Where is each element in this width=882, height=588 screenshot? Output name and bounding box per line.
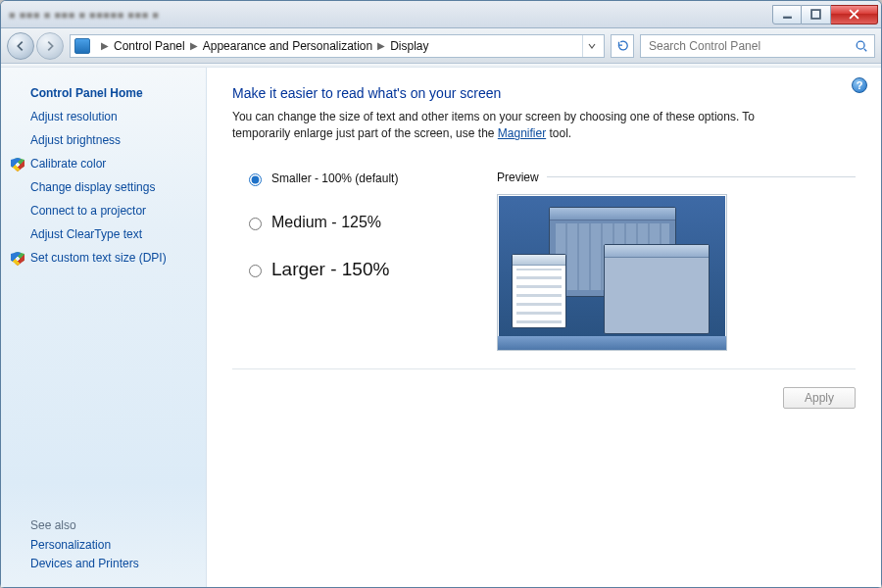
section-divider: [232, 368, 856, 369]
chevron-right-icon: ▶: [190, 40, 198, 51]
sidebar-link-adjust-brightness[interactable]: Adjust brightness: [30, 133, 192, 147]
back-arrow-icon: [14, 39, 27, 53]
title-bar: ■ ■■■ ■ ■■■ ■ ■■■■■ ■■■ ■: [1, 1, 881, 28]
preview-header-line: [547, 176, 856, 177]
refresh-icon: [615, 39, 629, 53]
control-panel-icon: [74, 38, 90, 54]
see-also-personalization[interactable]: Personalization: [30, 538, 192, 552]
nav-back-forward-group: [7, 32, 64, 60]
search-input[interactable]: [647, 38, 855, 54]
radio-larger[interactable]: [249, 265, 262, 277]
scale-option-larger[interactable]: Larger - 150%: [244, 259, 497, 280]
svg-rect-1: [811, 10, 820, 19]
sidebar-link-calibrate-color[interactable]: Calibrate color: [30, 157, 192, 171]
title-bar-blurred-text: ■ ■■■ ■ ■■■ ■ ■■■■■ ■■■ ■: [9, 1, 772, 27]
maximize-icon: [810, 9, 821, 20]
intro-post: tool.: [546, 126, 571, 140]
see-also-section: See also Personalization Devices and Pri…: [30, 511, 192, 575]
scale-option-medium[interactable]: Medium - 125%: [244, 214, 497, 231]
page-title: Make it easier to read what's on your sc…: [232, 85, 856, 101]
help-button[interactable]: ?: [852, 77, 867, 93]
sidebar-link-adjust-resolution[interactable]: Adjust resolution: [30, 110, 192, 123]
forward-arrow-icon: [43, 39, 57, 53]
breadcrumb-item-1[interactable]: Appearance and Personalization: [203, 39, 372, 53]
preview-window-3: [512, 254, 566, 328]
preview-window-2: [604, 244, 710, 334]
intro-pre: You can change the size of text and othe…: [232, 110, 755, 140]
apply-button[interactable]: Apply: [783, 387, 856, 409]
body: Control Panel Home Adjust resolution Adj…: [1, 68, 881, 587]
breadcrumb-item-2[interactable]: Display: [390, 39, 428, 53]
minimize-button[interactable]: [772, 5, 802, 24]
forward-button[interactable]: [36, 32, 64, 60]
window-controls: [772, 5, 878, 24]
scale-options: Smaller - 100% (default) Medium - 125% L…: [232, 171, 497, 308]
magnifier-link[interactable]: Magnifier: [498, 126, 546, 140]
preview-taskbar: [498, 336, 726, 350]
address-breadcrumb[interactable]: ▶ Control Panel ▶ Appearance and Persona…: [70, 34, 605, 58]
radio-larger-label: Larger - 150%: [271, 259, 389, 280]
close-icon: [849, 9, 859, 20]
help-icon: ?: [857, 79, 863, 91]
radio-medium[interactable]: [249, 218, 262, 230]
options-row: Smaller - 100% (default) Medium - 125% L…: [232, 171, 856, 351]
breadcrumb-dropdown[interactable]: [582, 35, 600, 57]
see-also-header: See also: [30, 518, 192, 532]
see-also-devices-printers[interactable]: Devices and Printers: [30, 557, 192, 570]
preview-image: [497, 194, 727, 351]
radio-smaller[interactable]: [249, 173, 262, 186]
breadcrumb-item-0[interactable]: Control Panel: [114, 39, 185, 53]
svg-point-2: [857, 41, 864, 49]
intro-text: You can change the size of text and othe…: [232, 109, 761, 143]
svg-rect-0: [783, 17, 792, 19]
chevron-down-icon: [588, 42, 596, 50]
window-frame: ■ ■■■ ■ ■■■ ■ ■■■■■ ■■■ ■ ▶: [0, 0, 882, 588]
search-box[interactable]: [640, 34, 875, 58]
back-button[interactable]: [7, 32, 34, 60]
preview-label: Preview: [497, 171, 539, 184]
radio-smaller-label: Smaller - 100% (default): [271, 172, 398, 185]
radio-medium-label: Medium - 125%: [271, 214, 381, 231]
apply-row: Apply: [232, 387, 856, 409]
control-panel-home-link[interactable]: Control Panel Home: [30, 86, 192, 100]
close-button[interactable]: [831, 5, 878, 24]
sidebar-link-change-display-settings[interactable]: Change display settings: [30, 180, 192, 194]
scale-option-smaller[interactable]: Smaller - 100% (default): [244, 171, 497, 186]
main-panel: ? Make it easier to read what's on your …: [207, 68, 881, 587]
search-icon: [855, 39, 868, 53]
sidebar: Control Panel Home Adjust resolution Adj…: [1, 68, 207, 587]
refresh-button[interactable]: [611, 34, 634, 58]
nav-bar: ▶ Control Panel ▶ Appearance and Persona…: [1, 28, 881, 64]
chevron-right-icon: ▶: [377, 40, 385, 51]
preview-header: Preview: [497, 171, 856, 184]
chevron-right-icon: ▶: [101, 40, 109, 51]
sidebar-link-connect-projector[interactable]: Connect to a projector: [30, 204, 192, 218]
maximize-button[interactable]: [802, 5, 831, 24]
sidebar-link-set-custom-dpi[interactable]: Set custom text size (DPI): [30, 251, 192, 265]
sidebar-link-adjust-cleartype[interactable]: Adjust ClearType text: [30, 227, 192, 241]
minimize-icon: [782, 9, 793, 20]
preview-column: Preview: [497, 171, 856, 351]
